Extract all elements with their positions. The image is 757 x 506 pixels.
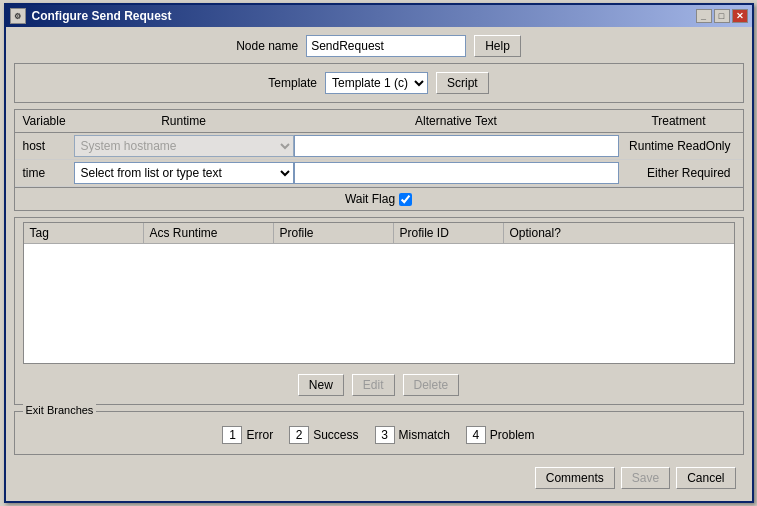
exit-branches-label: Exit Branches [23,404,97,416]
var-col-treatment: Treatment [619,112,739,130]
profile-col-profile: Profile [274,223,394,243]
template-label: Template [268,76,317,90]
var-treatment-time: Either Required [619,164,739,182]
profile-action-buttons: New Edit Delete [19,368,739,400]
var-col-runtime: Runtime [74,112,294,130]
maximize-button[interactable]: □ [714,9,730,23]
cancel-button[interactable]: Cancel [676,467,735,489]
delete-profile-button[interactable]: Delete [403,374,460,396]
variables-section: Variable Runtime Alternative Text Treatm… [14,109,744,211]
profile-col-tag: Tag [24,223,144,243]
profile-col-profile-id: Profile ID [394,223,504,243]
profiles-table-body [24,244,734,363]
edit-profile-button[interactable]: Edit [352,374,395,396]
var-runtime-host-container: System hostname [74,135,294,157]
var-col-alt-text: Alternative Text [294,112,619,130]
branch-label-1: Error [246,428,273,442]
branch-label-3: Mismatch [399,428,450,442]
node-name-input[interactable] [306,35,466,57]
node-name-row: Node name Help [14,35,744,57]
branch-num-1: 1 [222,426,242,444]
profiles-table-container: Tag Acs Runtime Profile Profile ID Optio… [23,222,735,364]
var-alttext-time-input[interactable] [294,162,619,184]
help-button[interactable]: Help [474,35,521,57]
profile-col-optional: Optional? [504,223,584,243]
profile-col-acs-runtime: Acs Runtime [144,223,274,243]
var-runtime-time-select[interactable]: Select from list or type text [74,162,294,184]
var-name-host: host [19,137,74,155]
branch-num-2: 2 [289,426,309,444]
main-content: Node name Help Template Template 1 (c) T… [6,27,752,501]
var-col-variable: Variable [19,112,74,130]
wait-flag-checkbox[interactable] [399,193,412,206]
branch-num-3: 3 [375,426,395,444]
profiles-table-header: Tag Acs Runtime Profile Profile ID Optio… [24,223,734,244]
template-panel: Template Template 1 (c) Template 2 Templ… [14,63,744,103]
var-row-host: host System hostname Runtime ReadOnly [15,133,743,160]
wait-flag-label: Wait Flag [345,192,395,206]
template-select[interactable]: Template 1 (c) Template 2 Template 3 [325,72,428,94]
window-icon: ⚙ [10,8,26,24]
branch-label-2: Success [313,428,358,442]
title-bar: ⚙ Configure Send Request _ □ ✕ [6,5,752,27]
configure-window: ⚙ Configure Send Request _ □ ✕ Node name… [4,3,754,503]
save-button[interactable]: Save [621,467,670,489]
template-row: Template Template 1 (c) Template 2 Templ… [23,72,735,94]
comments-button[interactable]: Comments [535,467,615,489]
var-alttext-host-input[interactable] [294,135,619,157]
branch-item-1: 1 Error [222,426,273,444]
footer-buttons: Comments Save Cancel [14,461,744,493]
variables-header: Variable Runtime Alternative Text Treatm… [15,110,743,133]
minimize-button[interactable]: _ [696,9,712,23]
var-treatment-host: Runtime ReadOnly [619,137,739,155]
wait-flag-row: Wait Flag [15,187,743,210]
node-name-label: Node name [236,39,298,53]
close-button[interactable]: ✕ [732,9,748,23]
var-runtime-host-select: System hostname [74,135,294,157]
var-alttext-time-container [294,162,619,184]
window-title: Configure Send Request [32,9,172,23]
title-controls: _ □ ✕ [696,9,748,23]
profiles-section: Tag Acs Runtime Profile Profile ID Optio… [14,217,744,405]
var-alttext-host-container [294,135,619,157]
branches-grid: 1 Error 2 Success 3 Mismatch 4 Problem [23,422,735,448]
new-profile-button[interactable]: New [298,374,344,396]
var-name-time: time [19,164,74,182]
branch-item-4: 4 Problem [466,426,535,444]
script-button[interactable]: Script [436,72,489,94]
branch-num-4: 4 [466,426,486,444]
var-runtime-time-container: Select from list or type text [74,162,294,184]
branch-label-4: Problem [490,428,535,442]
branch-item-2: 2 Success [289,426,358,444]
branch-item-3: 3 Mismatch [375,426,450,444]
var-row-time: time Select from list or type text Eithe… [15,160,743,187]
exit-branches: Exit Branches 1 Error 2 Success 3 Mismat… [14,411,744,455]
